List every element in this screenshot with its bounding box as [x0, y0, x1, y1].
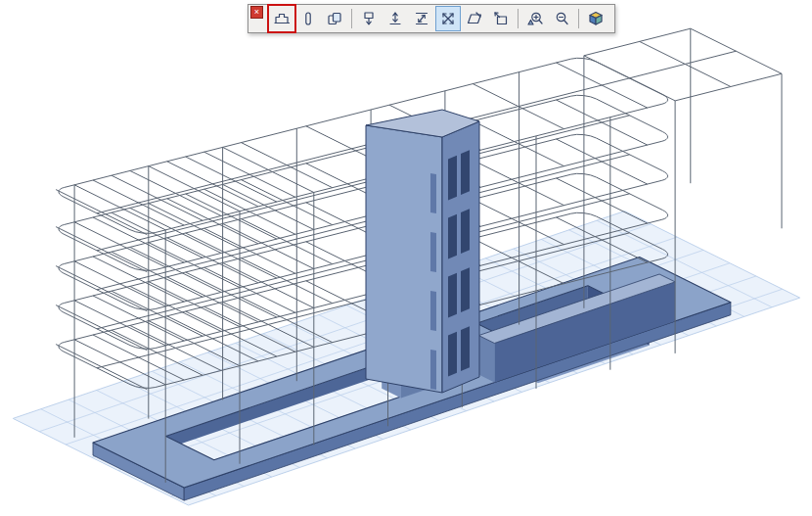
drag-element-tool-button[interactable] — [356, 6, 382, 31]
toolbar-separator — [518, 9, 519, 28]
single-element-tool-button[interactable] — [295, 6, 321, 31]
zoom-out-tool-button[interactable] — [549, 6, 574, 31]
marquee-elements-icon — [273, 10, 291, 27]
toolbar-separator — [578, 9, 579, 28]
drag-element-icon — [360, 10, 378, 27]
floating-toolbar: × — [248, 4, 615, 33]
zoom-in-icon — [526, 10, 544, 27]
single-element-icon — [299, 10, 317, 27]
marquee-elements-tool-button[interactable] — [269, 6, 294, 31]
viewport-3d[interactable] — [0, 0, 812, 516]
elevate-element-tool-button[interactable] — [383, 6, 408, 31]
skew-element-icon — [466, 10, 483, 27]
move-element-tool-button[interactable] — [435, 6, 461, 31]
multiply-elements-icon — [326, 10, 343, 27]
toolbar-separator — [351, 9, 352, 28]
core-tower — [366, 110, 479, 393]
cube-3d-icon — [587, 10, 605, 27]
close-button[interactable]: × — [250, 6, 263, 19]
elevate-element-icon — [386, 10, 404, 27]
stretch-element-icon — [413, 10, 430, 27]
move-element-icon — [439, 10, 457, 27]
zoom-in-tool-button[interactable] — [522, 6, 548, 31]
skew-element-tool-button[interactable] — [462, 6, 487, 31]
offset-edges-icon — [492, 10, 510, 27]
offset-edges-tool-button[interactable] — [488, 6, 514, 31]
cutting-planes-3d-tool-button[interactable] — [583, 6, 609, 31]
multiply-elements-tool-button[interactable] — [322, 6, 347, 31]
zoom-out-icon — [553, 10, 570, 27]
stretch-element-tool-button[interactable] — [409, 6, 434, 31]
